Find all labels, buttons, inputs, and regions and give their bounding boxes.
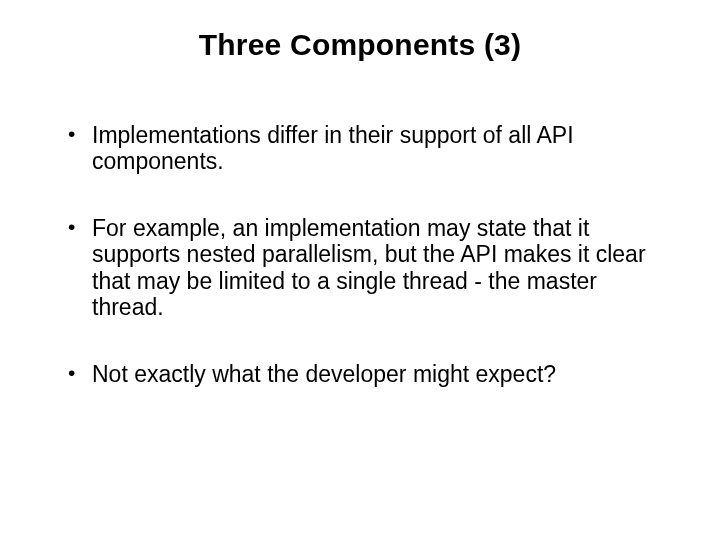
bullet-list: Implementations differ in their support …	[48, 122, 672, 387]
bullet-item: Not exactly what the developer might exp…	[68, 361, 672, 387]
slide-container: Three Components (3) Implementations dif…	[0, 0, 720, 540]
bullet-item: Implementations differ in their support …	[68, 122, 672, 175]
slide-title: Three Components (3)	[48, 28, 672, 62]
bullet-item: For example, an implementation may state…	[68, 215, 672, 321]
slide-content: Implementations differ in their support …	[48, 122, 672, 500]
